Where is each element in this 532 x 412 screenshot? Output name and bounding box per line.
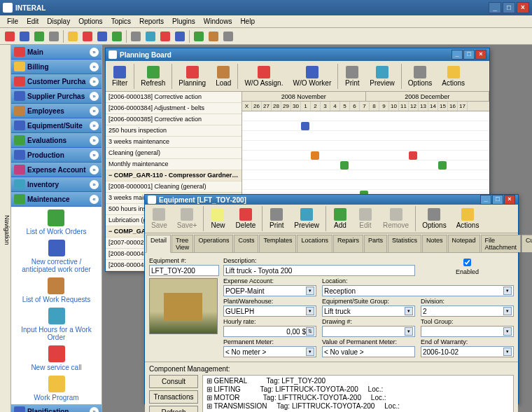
task-marker[interactable]: [409, 151, 417, 160]
task-marker[interactable]: [438, 161, 447, 170]
toolgroup-select[interactable]: ▾: [421, 326, 514, 337]
day-header[interactable]: 7: [360, 102, 370, 111]
sidebar-section-employees[interactable]: Employees»: [11, 104, 102, 118]
tab-costs[interactable]: Costs: [234, 235, 258, 252]
menu-help[interactable]: Help: [236, 16, 259, 27]
tab-templates[interactable]: Templates: [259, 235, 296, 252]
planning-row[interactable]: [2008-0000001] Cleaning (general): [106, 181, 241, 193]
menu-options[interactable]: Options: [74, 16, 106, 27]
component-row[interactable]: ⊞ TRANSMISSION Tag: LIFTTRUCK-TOYOTA-200…: [204, 402, 512, 411]
component-row[interactable]: ⊞ GENERAL Tag: LFT_TOY-200: [204, 377, 512, 385]
planning-row[interactable]: − COMP_GAR-110 - Compressor Gardner Denv…: [106, 170, 241, 181]
planning-row[interactable]: [2006-0000385] Corrective action: [106, 114, 241, 125]
toolbar-button-9[interactable]: [144, 29, 158, 43]
toolbar-button-12[interactable]: [192, 29, 206, 43]
planning-row[interactable]: Monthly maintenance: [106, 159, 241, 170]
equipment-new-button[interactable]: New: [205, 206, 230, 231]
equipment-delete-button[interactable]: Delete: [230, 206, 260, 231]
drawing-select[interactable]: ▾: [322, 326, 415, 337]
equipment-minimize-button[interactable]: _: [480, 195, 491, 205]
grid-row[interactable]: [242, 131, 489, 141]
transactions-button[interactable]: Transactions: [149, 390, 198, 404]
day-header[interactable]: 8: [370, 102, 379, 111]
toolbar-button-7[interactable]: [110, 29, 124, 43]
planning-row[interactable]: [2006-0000138] Corrective action: [106, 92, 241, 103]
equipment-maximize-button[interactable]: □: [492, 195, 503, 205]
equip-num-input[interactable]: LFT_TOY-200: [149, 265, 219, 276]
day-header[interactable]: 30: [291, 102, 301, 111]
toolbar-button-8[interactable]: [129, 29, 143, 43]
tab-operations[interactable]: Operations: [194, 235, 233, 252]
perm-meter-select[interactable]: < No meter >▾: [223, 346, 316, 357]
toolbar-button-1[interactable]: [18, 29, 31, 43]
perm-val-input[interactable]: < No value >: [322, 346, 415, 357]
expense-select[interactable]: POEP-Maint▾: [223, 285, 316, 296]
tab-tree-view[interactable]: Tree View: [172, 235, 193, 252]
day-header[interactable]: 2: [311, 102, 321, 111]
grid-row[interactable]: [242, 111, 489, 121]
component-row[interactable]: ⊞ LIFTING Tag: LIFTTRUCK-TOYOTA-200 Loc.…: [204, 385, 512, 394]
planning-filter-button[interactable]: Filter: [107, 64, 132, 89]
app-maximize-button[interactable]: □: [503, 2, 515, 13]
day-header[interactable]: 28: [272, 102, 281, 111]
tab-statistics[interactable]: Statistics: [388, 235, 421, 252]
day-header[interactable]: 3: [321, 102, 330, 111]
day-header[interactable]: 13: [419, 102, 428, 111]
planning-maximize-button[interactable]: □: [463, 50, 475, 60]
day-header[interactable]: 15: [438, 102, 448, 111]
tab-custom[interactable]: Custom: [522, 235, 532, 252]
tab-notepad[interactable]: Notepad: [448, 235, 480, 252]
tab-file-attachment[interactable]: File Attachment: [481, 235, 522, 252]
consult-button[interactable]: Consult: [149, 375, 198, 388]
task-marker[interactable]: [340, 161, 349, 170]
day-header[interactable]: 6: [350, 102, 360, 111]
day-header[interactable]: 9: [379, 102, 389, 111]
day-header[interactable]: 14: [428, 102, 438, 111]
sidebar-section-production[interactable]: Production»: [11, 148, 102, 163]
planning-minimize-button[interactable]: _: [451, 50, 463, 60]
eqgroup-select[interactable]: Lift truck▾: [322, 305, 415, 317]
equipment-actions-button[interactable]: Actions: [451, 206, 484, 231]
planning-row[interactable]: Cleaning (general): [106, 148, 241, 159]
menu-topics[interactable]: Topics: [107, 16, 135, 27]
sidebar-item-new-corrective-anticipated-work-order[interactable]: New corrective / anticipated work order: [14, 240, 99, 273]
task-marker[interactable]: [311, 151, 319, 160]
day-header[interactable]: 1: [301, 102, 311, 111]
sidebar-item-work-program[interactable]: Work Program: [34, 376, 78, 401]
location-select[interactable]: Reception▾: [322, 285, 514, 296]
sidebar-item-list-of-work-requests[interactable]: List of Work Requests: [22, 277, 91, 303]
planning-planning-button[interactable]: Planning: [174, 64, 211, 89]
component-row[interactable]: ⊞ MOTOR Tag: LIFTTRUCK-TOYOTA-200 Loc.:: [204, 394, 512, 402]
sidebar-item-input-hours-for-a-work-order[interactable]: Input Hours for a Work Order: [14, 308, 99, 341]
enabled-checkbox[interactable]: [463, 259, 471, 266]
sidebar-section-maintenance[interactable]: Maintenance«: [11, 192, 102, 207]
sidebar-section-billing[interactable]: Billing»: [11, 60, 102, 74]
sidebar-section-main[interactable]: Main»: [11, 45, 102, 60]
grid-row[interactable]: [242, 141, 489, 151]
planning-titlebar[interactable]: Planning Board _ □ ×: [106, 48, 489, 61]
planning-load-button[interactable]: Load: [211, 64, 236, 89]
day-header[interactable]: X: [242, 102, 252, 111]
sidebar-item-new-service-call[interactable]: New service call: [31, 345, 81, 371]
grid-row[interactable]: [242, 121, 489, 131]
day-header[interactable]: 29: [281, 102, 291, 111]
day-header[interactable]: 12: [409, 102, 419, 111]
tab-repairs[interactable]: Repairs: [333, 235, 363, 252]
toolbar-button-11[interactable]: [173, 29, 187, 43]
grid-row[interactable]: [242, 170, 489, 180]
toolbar-button-4[interactable]: [66, 29, 80, 43]
sidebar-section-planification[interactable]: Planification»: [11, 404, 102, 412]
refresh-button[interactable]: Refresh: [149, 406, 198, 412]
grid-row[interactable]: [242, 160, 489, 170]
sidebar-section-evaluations[interactable]: Evaluations»: [11, 133, 102, 148]
tab-locations[interactable]: Locations: [297, 235, 332, 252]
toolbar-button-13[interactable]: [206, 29, 220, 43]
app-close-button[interactable]: ×: [517, 2, 529, 13]
warranty-date[interactable]: 2006-10-02▾: [421, 346, 514, 357]
planning-close-button[interactable]: ×: [475, 50, 486, 60]
sidebar-section-expense-account[interactable]: Expense Account»: [11, 163, 102, 177]
planning-options-button[interactable]: Options: [403, 64, 437, 89]
equipment-options-button[interactable]: Options: [417, 206, 451, 231]
toolbar-button-2[interactable]: [32, 29, 46, 43]
tab-detail[interactable]: Detail: [146, 235, 171, 253]
